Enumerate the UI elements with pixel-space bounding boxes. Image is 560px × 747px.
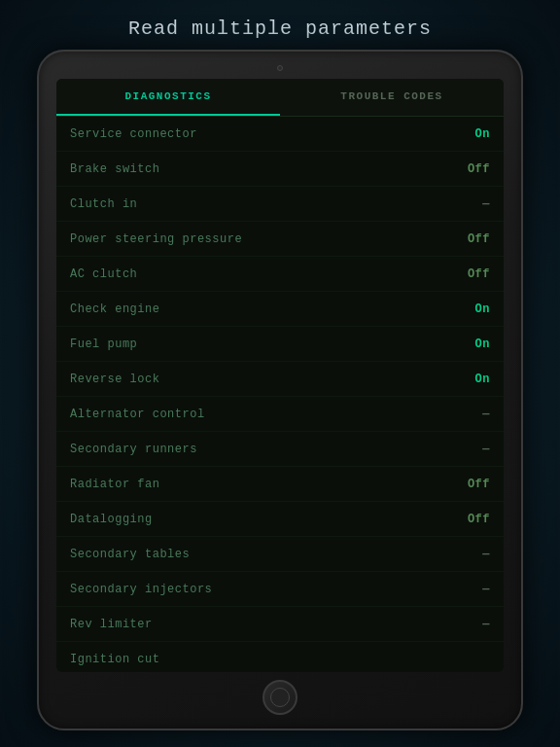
tab-trouble-codes[interactable]: TROUBLE CODES	[280, 79, 504, 116]
item-label: Ignition cut	[70, 653, 159, 666]
item-label: Fuel pump	[70, 338, 137, 351]
item-value: Off	[461, 513, 490, 526]
item-value: —	[461, 548, 490, 561]
item-value: On	[461, 127, 490, 141]
item-label: Check engine	[70, 302, 159, 316]
tablet-frame: DIAGNOSTICS TROUBLE CODES Service connec…	[37, 50, 523, 730]
tablet-screen: DIAGNOSTICS TROUBLE CODES Service connec…	[56, 79, 504, 672]
list-item[interactable]: Secondary injectors—	[56, 572, 504, 607]
home-button-inner	[270, 688, 290, 707]
list-item[interactable]: Alternator control—	[56, 397, 504, 432]
list-item[interactable]: Reverse lockOn	[56, 362, 504, 397]
list-item[interactable]: Clutch in—	[56, 187, 504, 222]
item-label: AC clutch	[70, 267, 137, 281]
item-value: Off	[461, 478, 490, 491]
list-item[interactable]: Service connectorOn	[56, 117, 504, 152]
list-item[interactable]: Rev limiter—	[56, 607, 504, 642]
item-label: Service connector	[70, 127, 197, 141]
diagnostics-list: Service connectorOnBrake switchOffClutch…	[56, 117, 504, 672]
list-item[interactable]: Check engineOn	[56, 292, 504, 327]
home-button[interactable]	[262, 680, 298, 715]
item-value: Off	[461, 162, 490, 176]
list-item[interactable]: Brake switchOff	[56, 152, 504, 187]
item-label: Secondary tables	[70, 548, 190, 561]
tab-diagnostics[interactable]: DIAGNOSTICS	[56, 79, 280, 116]
list-item[interactable]: Secondary tables—	[56, 537, 504, 572]
tab-bar: DIAGNOSTICS TROUBLE CODES	[56, 79, 504, 117]
list-item[interactable]: DataloggingOff	[56, 502, 504, 537]
item-label: Reverse lock	[70, 373, 159, 386]
item-value: On	[461, 373, 490, 386]
list-item[interactable]: Secondary runners—	[56, 432, 504, 467]
list-item[interactable]: Fuel pumpOn	[56, 327, 504, 362]
item-label: Alternator control	[70, 408, 205, 421]
camera-dot	[277, 65, 283, 71]
item-label: Clutch in	[70, 197, 137, 211]
list-item[interactable]: Power steering pressureOff	[56, 222, 504, 257]
item-value: —	[461, 408, 490, 421]
item-label: Secondary injectors	[70, 583, 212, 596]
item-label: Power steering pressure	[70, 232, 242, 246]
list-item[interactable]: Ignition cut	[56, 642, 504, 672]
item-value: On	[461, 338, 490, 351]
item-value: —	[461, 197, 490, 211]
item-label: Secondary runners	[70, 443, 197, 456]
page-title: Read multiple parameters	[128, 18, 432, 40]
item-value: Off	[461, 232, 490, 246]
item-label: Rev limiter	[70, 618, 153, 631]
item-label: Radiator fan	[70, 478, 159, 491]
list-item[interactable]: AC clutchOff	[56, 257, 504, 292]
item-value: Off	[461, 267, 490, 281]
item-label: Brake switch	[70, 162, 159, 176]
list-item[interactable]: Radiator fanOff	[56, 467, 504, 502]
item-value: —	[461, 443, 490, 456]
item-value: —	[461, 618, 490, 631]
item-label: Datalogging	[70, 513, 153, 526]
item-value: —	[461, 583, 490, 596]
item-value: On	[461, 302, 490, 316]
